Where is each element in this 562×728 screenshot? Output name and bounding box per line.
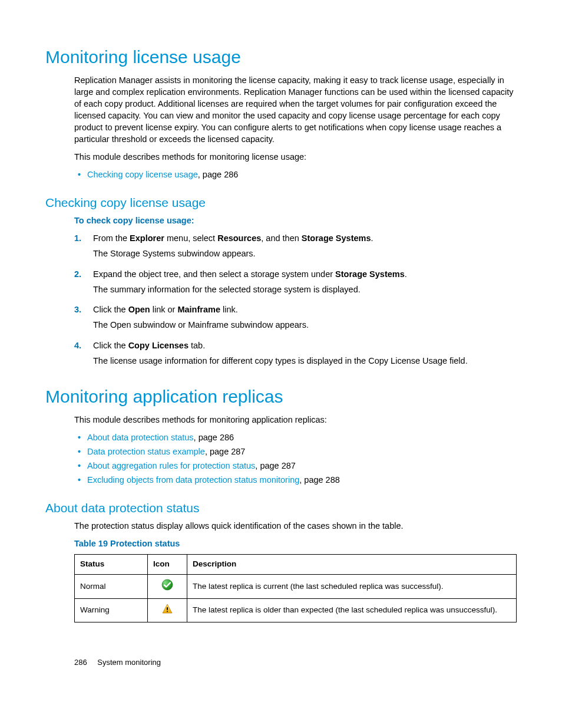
- heading-monitoring-license-usage: Monitoring license usage: [45, 47, 517, 67]
- table-row: NormalThe latest replica is current (the…: [75, 575, 517, 599]
- list-item: About data protection status, page 286: [74, 431, 517, 443]
- step-number: 1.: [74, 232, 81, 244]
- paragraph: Replication Manager assists in monitorin…: [74, 74, 517, 145]
- link-suffix: , page 287: [255, 461, 296, 470]
- step-number: 2.: [74, 268, 81, 280]
- table-header-status: Status: [75, 555, 148, 575]
- step-sub: The summary information for the selected…: [93, 284, 517, 295]
- link[interactable]: About aggregation rules for protection s…: [87, 461, 255, 470]
- step-number: 3.: [74, 304, 81, 315]
- bold-text: Open: [128, 305, 150, 314]
- heading-about-data-protection-status: About data protection status: [45, 501, 517, 515]
- step-sub: The Open subwindow or Mainframe subwindo…: [93, 319, 517, 331]
- link[interactable]: Excluding objects from data protection s…: [87, 475, 299, 485]
- bullet-list: About data protection status, page 286Da…: [74, 431, 517, 486]
- list-item: Checking copy license usage, page 286: [74, 169, 517, 180]
- step-sub: The Storage Systems subwindow appears.: [93, 248, 517, 259]
- step-item: 4.Click the Copy Licenses tab.The licens…: [74, 340, 517, 367]
- table-caption: Table 19 Protection status: [74, 538, 517, 549]
- step-number: 4.: [74, 340, 81, 351]
- heading-checking-copy-license-usage: Checking copy license usage: [45, 196, 517, 210]
- protection-status-table: Status Icon Description NormalThe latest…: [74, 554, 517, 622]
- heading-monitoring-application-replicas: Monitoring application replicas: [45, 387, 517, 407]
- step-main: From the Explorer menu, select Resources…: [93, 232, 517, 244]
- bullet-list: Checking copy license usage, page 286: [74, 169, 517, 180]
- table-header-description: Description: [187, 555, 517, 575]
- list-item: About aggregation rules for protection s…: [74, 460, 517, 472]
- list-item: Data protection status example, page 287: [74, 446, 517, 457]
- paragraph: This module describes methods for monito…: [74, 151, 517, 163]
- step-item: 2.Expand the object tree, and then selec…: [74, 268, 517, 296]
- cell-status: Warning: [75, 598, 148, 622]
- svg-rect-1: [167, 607, 168, 610]
- paragraph: The protection status display allows qui…: [74, 520, 517, 532]
- step-main: Expand the object tree, and then select …: [93, 268, 517, 280]
- link-suffix: , page 287: [205, 447, 246, 456]
- bold-text: Storage Systems: [302, 233, 371, 243]
- link[interactable]: Data protection status example: [87, 447, 205, 456]
- link-suffix: , page 286: [194, 433, 234, 442]
- step-item: 3.Click the Open link or Mainframe link.…: [74, 304, 517, 331]
- step-main: Click the Copy Licenses tab.: [93, 340, 517, 351]
- list-item: Excluding objects from data protection s…: [74, 474, 517, 486]
- bold-text: Storage Systems: [335, 269, 405, 279]
- cell-icon: [148, 598, 187, 622]
- bold-text: Mainframe: [177, 305, 220, 314]
- warning-icon: [161, 603, 173, 615]
- page-footer: 286 System monitoring: [45, 658, 517, 667]
- link-suffix: , page 288: [299, 475, 340, 485]
- procedure-title: To check copy license usage:: [74, 215, 517, 226]
- step-sub: The license usage information for differ…: [93, 355, 517, 367]
- table-header-icon: Icon: [148, 555, 187, 575]
- link-checking-copy-license-usage[interactable]: Checking copy license usage: [87, 170, 198, 179]
- footer-section: System monitoring: [97, 658, 161, 667]
- checkmark-icon: [161, 579, 173, 591]
- ordered-steps: 1.From the Explorer menu, select Resourc…: [74, 232, 517, 367]
- paragraph: This module describes methods for monito…: [74, 414, 517, 426]
- bold-text: Copy Licenses: [128, 341, 189, 350]
- page-number: 286: [74, 658, 87, 667]
- bold-text: Resources: [217, 233, 261, 243]
- svg-rect-2: [167, 611, 168, 612]
- cell-icon: [148, 575, 187, 599]
- bold-text: Explorer: [130, 233, 164, 243]
- step-main: Click the Open link or Mainframe link.: [93, 304, 517, 315]
- link-suffix: , page 286: [198, 170, 239, 179]
- step-item: 1.From the Explorer menu, select Resourc…: [74, 232, 517, 260]
- cell-description: The latest replica is older than expecte…: [187, 598, 517, 622]
- table-row: WarningThe latest replica is older than …: [75, 598, 517, 622]
- link[interactable]: About data protection status: [87, 433, 194, 442]
- cell-description: The latest replica is current (the last …: [187, 575, 517, 599]
- cell-status: Normal: [75, 575, 148, 599]
